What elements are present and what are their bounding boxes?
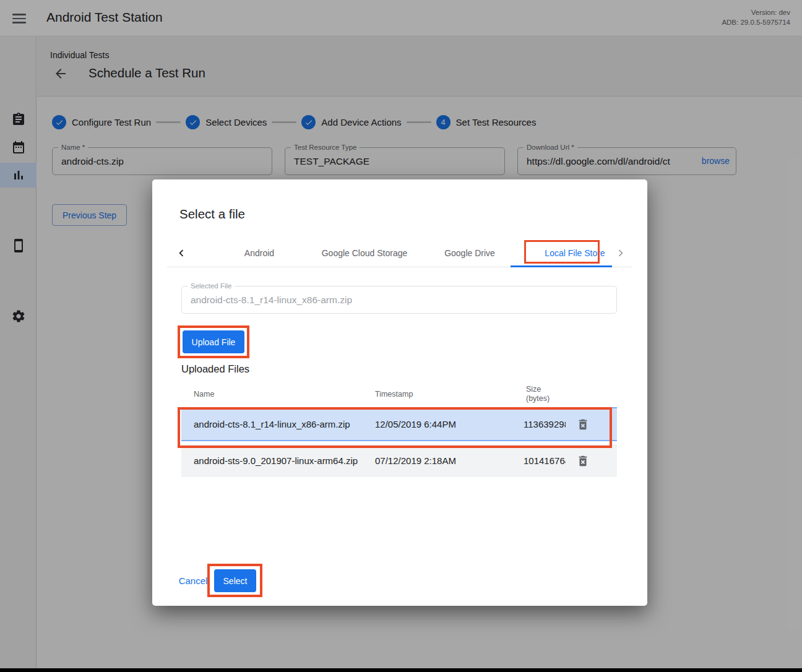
table-header-row: Name Timestamp Size (bytes) [181,382,617,407]
size-cell: 101416764 [524,444,566,477]
tab-next-icon [614,246,627,260]
size-cell: 113639298 [524,408,566,440]
screen: Android Test Station Version: dev ADB: 2… [0,0,802,672]
tab-android[interactable]: Android [207,239,312,267]
column-header-name: Name [194,390,214,398]
column-header-timestamp: Timestamp [375,390,413,398]
timestamp-cell: 07/12/2019 2:18AM [375,444,456,477]
delete-forever-icon [576,418,590,431]
delete-file-button[interactable] [574,444,592,477]
tab-google-drive[interactable]: Google Drive [417,239,522,267]
select-file-dialog: Select a file Android Google Cloud Stora… [152,179,647,606]
tab-bar: Android Google Cloud Storage Google Driv… [167,239,632,267]
dialog-title: Select a file [179,207,245,222]
selected-file-value: android-cts-8.1_r14-linux_x86-arm.zip [182,286,616,313]
uploaded-files-heading: Uploaded Files [181,363,249,375]
active-tab-underline [511,265,612,267]
uploaded-files-table: Name Timestamp Size (bytes) android-cts-… [181,382,617,477]
bottom-strip [0,668,802,672]
tab-google-cloud-storage[interactable]: Google Cloud Storage [312,239,417,267]
selected-file-label: Selected File [188,282,235,290]
tab-scroll-right-button[interactable] [613,245,629,261]
selected-file-field[interactable]: Selected File android-cts-8.1_r14-linux_… [181,286,617,314]
cancel-button[interactable]: Cancel [177,569,209,592]
table-row-selected[interactable]: android-cts-8.1_r14-linux_x86-arm.zip 12… [181,407,617,441]
tab-prev-icon [175,246,188,260]
column-header-size: Size (bytes) [526,385,550,403]
table-row[interactable]: android-sts-9.0_201907-linux-arm64.zip 0… [181,444,617,477]
tabs: Android Google Cloud Storage Google Driv… [207,239,627,267]
upload-file-button[interactable]: Upload File [183,330,244,353]
delete-forever-icon [576,454,590,468]
timestamp-cell: 12/05/2019 6:44PM [375,408,456,440]
file-name-cell: android-cts-8.1_r14-linux_x86-arm.zip [194,408,350,440]
select-button[interactable]: Select [214,569,256,592]
delete-file-button[interactable] [574,408,592,440]
tab-scroll-left-button[interactable] [173,245,189,261]
file-name-cell: android-sts-9.0_201907-linux-arm64.zip [194,444,358,477]
tab-local-file-store[interactable]: Local File Store [522,239,627,267]
